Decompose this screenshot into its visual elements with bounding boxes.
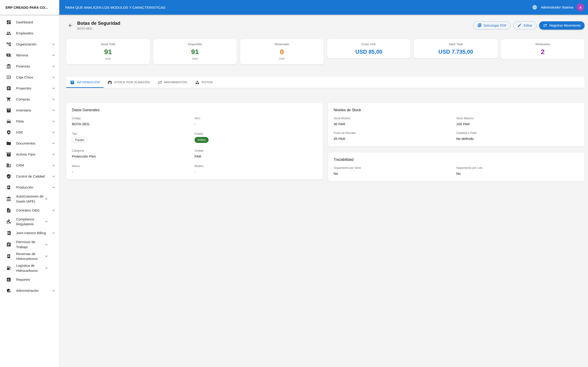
tab-stock-por-almacen[interactable]: STOCK POR ALMACÉN (104, 77, 153, 88)
sidebar-item-produccion[interactable]: Producción (0, 182, 59, 193)
field-modelo: Modelo - (195, 165, 317, 174)
sidebar-item-control-de-calidad[interactable]: Control de Calidad (0, 171, 59, 182)
dashboard-icon (6, 20, 12, 25)
sidebar-item-empleados[interactable]: Empleados (0, 28, 59, 39)
sidebar-item-label: Logística de Hidrocarburos (16, 263, 44, 273)
sidebar-item-label: Reportes (16, 277, 56, 282)
sidebar-item-dashboard[interactable]: Dashboard (0, 17, 59, 28)
field-value: No definido (456, 137, 579, 141)
register-movement-button[interactable]: Registrar Movimiento (539, 21, 585, 30)
folder-icon (6, 141, 12, 146)
stat-value: 91 (155, 48, 235, 56)
stat-card-almacenes: Almacenes 2 (501, 39, 585, 59)
sidebar-item-contratos-og[interactable]: Contratos O&G (0, 205, 59, 216)
org-tree-icon (6, 42, 12, 47)
sidebar-item-compliance-regulatorio[interactable]: Compliance Regulatorio (0, 216, 59, 228)
gavel-icon (6, 219, 12, 224)
topbar-banner: PARA QUE ANALICEN LOS MODULOS Y CARACTER… (65, 6, 165, 9)
edit-button[interactable]: Editar (513, 21, 536, 30)
stat-card-stock-total: Stock Total 91 PAR (66, 39, 150, 65)
sidebar-item-label: Compliance Regulatorio (16, 217, 44, 227)
field-value: No (334, 172, 456, 175)
tab-movimientos[interactable]: MOVIMIENTOS (154, 77, 191, 88)
register-movement-label: Registrar Movimiento (549, 24, 581, 27)
chevron-down-icon (51, 152, 56, 157)
field-value: PAR (195, 154, 317, 158)
sidebar-item-reservas-hidrocarburos[interactable]: Reservas de Hidrocarburos (0, 250, 59, 262)
sidebar-item-label: HSE (16, 130, 51, 135)
stat-label: Reservado (242, 42, 322, 46)
stat-value: USD 85,00 (329, 49, 409, 55)
sidebar-item-caja-chica[interactable]: Caja Chica (0, 72, 59, 83)
avatar[interactable]: A (577, 3, 584, 11)
tab-informacion[interactable]: INFORMACIÓN (66, 77, 104, 88)
sidebar-item-label: Caja Chica (16, 75, 51, 80)
tab-label: MOVIMIENTOS (164, 81, 187, 84)
edit-label: Editar (524, 24, 532, 27)
tabs-bar: INFORMACIÓN STOCK POR ALMACÉN MOVIMIENTO… (66, 77, 585, 88)
field-label: Stock Máximo (456, 117, 579, 120)
page-actions: Descargar PDF Editar Registrar Movimient… (473, 21, 585, 30)
health-shield-icon (6, 130, 12, 135)
field-value: Protección Pies (72, 154, 195, 158)
sidebar-item-label: Nómina (16, 53, 51, 58)
download-pdf-button[interactable]: Descargar PDF (473, 21, 510, 30)
field-value: 100 PAR (456, 122, 579, 126)
sidebar-item-organizacion[interactable]: Organización (0, 39, 59, 50)
stat-label: Almacenes (503, 42, 583, 46)
chevron-down-icon (51, 185, 56, 190)
sidebar-item-reportes[interactable]: Reportes (0, 274, 59, 285)
topbar-right: Administrador Sistema A (532, 3, 584, 11)
sidebar-item-finanzas[interactable]: Finanzas (0, 61, 59, 72)
sidebar-item-autorizaciones-afe[interactable]: Autorizaciones de Gasto (AFE) (0, 193, 59, 205)
page-subtitle: BOTA-SEG (77, 27, 473, 30)
sidebar-item-crm[interactable]: CRM (0, 160, 59, 171)
topbar-main: PARA QUE ANALICEN LOS MODULOS Y CARACTER… (59, 0, 588, 15)
stats-row: Stock Total 91 PAR Disponible 91 PAR Res… (66, 39, 585, 65)
stat-label: Valor Total (416, 42, 496, 46)
sidebar-item-administracion[interactable]: Administración (0, 285, 59, 296)
field-value: - (195, 122, 317, 126)
sidebar-item-joint-interest-billing[interactable]: Joint Interest Billing (0, 227, 59, 239)
field-codigo: Código BOTA-SEG (72, 117, 195, 126)
sidebar-item-hse[interactable]: HSE (0, 127, 59, 138)
panel-title: Niveles de Stock (334, 108, 579, 112)
stat-label: Disponible (155, 42, 235, 46)
stat-label: Costo Unit. (329, 42, 409, 46)
field-seguimiento-por-serie: Seguimiento por Serie No (334, 166, 456, 175)
left-column: Datos Generales Código BOTA-SEG SKU - Ti… (66, 103, 323, 180)
chevron-down-icon (44, 219, 49, 224)
document-icon (6, 208, 12, 213)
sidebar-item-nomina[interactable]: Nómina (0, 50, 59, 61)
sidebar-item-flota[interactable]: Flota (0, 116, 59, 127)
sidebar-item-logistica-hidrocarburos[interactable]: Logística de Hidrocarburos (0, 262, 59, 274)
sidebar-item-label: Administración (16, 288, 51, 293)
field-value: 30 PAR (334, 122, 456, 126)
field-value: - (195, 170, 317, 174)
field-grid: Código BOTA-SEG SKU - Tipo Equipo Estado… (72, 117, 317, 174)
field-label: Seguimiento por Serie (334, 166, 456, 169)
stat-unit: PAR (155, 57, 235, 60)
sidebar-item-label: Empleados (16, 31, 56, 36)
chevron-down-icon (51, 163, 56, 168)
sidebar-item-label: Proyectos (16, 86, 51, 91)
tab-label: INFORMACIÓN (77, 81, 100, 84)
field-estado: Estado Activo (195, 132, 317, 143)
sidebar: Dashboard Empleados Organización Nómina … (0, 15, 59, 367)
chevron-down-icon (51, 119, 56, 124)
sidebar-item-compras[interactable]: Compras (0, 94, 59, 105)
tab-fotos[interactable]: FOTOS (191, 77, 216, 88)
globe-icon[interactable] (532, 5, 538, 10)
sidebar-item-permisos-de-trabajo[interactable]: Permisos de Trabajo (0, 239, 59, 250)
warehouse-icon (107, 80, 112, 85)
sidebar-item-label: Inventario (16, 108, 51, 113)
sidebar-item-inventario[interactable]: Inventario (0, 105, 59, 116)
sidebar-item-documentos[interactable]: Documentos (0, 138, 59, 149)
inventory-box-icon (6, 108, 12, 113)
sidebar-item-proyectos[interactable]: Proyectos (0, 83, 59, 94)
arrow-back-icon[interactable] (68, 23, 74, 28)
sidebar-item-activos-fijos[interactable]: Activos Fijos (0, 149, 59, 160)
field-label: Punto de Reorden (334, 131, 456, 135)
payments-icon (6, 53, 12, 58)
edit-icon (517, 23, 522, 27)
